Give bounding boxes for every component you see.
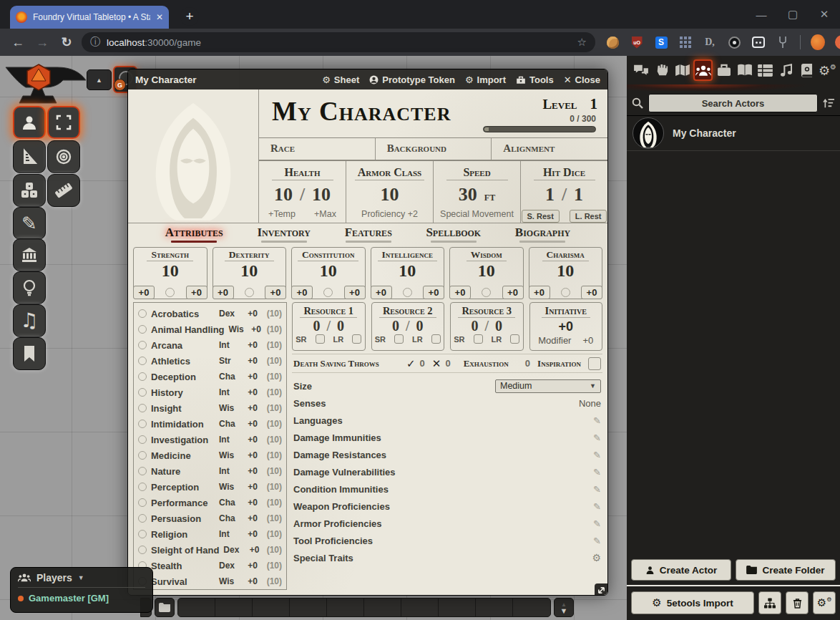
sidebar-tab-actors[interactable] [693, 59, 713, 81]
macro-slot[interactable] [364, 599, 401, 616]
sr-checkbox[interactable] [474, 334, 483, 344]
forward-button[interactable]: → [30, 35, 54, 50]
skill-proficiency-radio[interactable] [138, 435, 147, 444]
ability-name[interactable]: Charisma [542, 249, 589, 261]
sidebar-tab-chat[interactable] [631, 59, 650, 81]
save-proficiency-radio[interactable] [482, 288, 491, 297]
ability-modifier[interactable]: +0 [133, 286, 155, 299]
skill-proficiency-radio[interactable] [138, 498, 147, 507]
settings-button[interactable]: ⚙⚙ [813, 591, 836, 614]
macro-slot[interactable] [215, 599, 253, 616]
lens-extension-icon[interactable] [727, 35, 741, 49]
character-portrait[interactable] [128, 89, 259, 223]
ability-modifier[interactable]: +0 [371, 286, 392, 299]
import-button[interactable]: ⚙Import [465, 74, 506, 85]
macro-slot[interactable] [401, 599, 439, 616]
site-info-icon[interactable]: ⓘ [90, 36, 100, 49]
edit-icon[interactable]: ✎ [593, 450, 601, 460]
sort-icon[interactable] [823, 98, 835, 109]
skill-row[interactable]: Persuasion Cha +0 (10) [138, 510, 282, 526]
bookmark-star-icon[interactable]: ☆ [577, 36, 587, 49]
xp-value[interactable]: 0 / 300 [483, 114, 596, 124]
skill-row[interactable]: Arcana Int +0 (10) [138, 337, 282, 353]
skill-row[interactable]: Medicine Wis +0 (10) [138, 447, 282, 463]
skill-proficiency-radio[interactable] [138, 530, 147, 538]
ability-name[interactable]: Dexterity [225, 249, 274, 261]
ability-score[interactable]: 10 [320, 261, 337, 280]
skill-row[interactable]: Investigation Int +0 (10) [138, 432, 282, 447]
sidebar-tab-compendium[interactable] [797, 59, 816, 81]
drawing-tools-button[interactable]: ✎ [13, 207, 46, 240]
save-proficiency-radio[interactable] [165, 288, 175, 297]
skill-proficiency-radio[interactable] [138, 514, 147, 523]
save-proficiency-radio[interactable] [323, 288, 333, 297]
save-proficiency-radio[interactable] [245, 288, 254, 297]
container-extension-icon[interactable] [751, 35, 766, 49]
note-controls-button[interactable] [13, 337, 46, 370]
tab-close-icon[interactable]: ✕ [156, 12, 163, 22]
skill-row[interactable]: Religion Int +0 (10) [138, 526, 282, 542]
tab-spellbook[interactable]: Spellbook [426, 226, 481, 243]
ability-name[interactable]: Intelligence [378, 249, 437, 261]
skill-row[interactable]: Deception Cha +0 (10) [138, 369, 282, 384]
death-success-icon[interactable]: ✓ [406, 357, 416, 370]
create-folder-button[interactable]: Create Folder [736, 559, 836, 581]
prototype-token-button[interactable]: Prototype Token [369, 74, 455, 85]
ability-save[interactable]: +0 [265, 286, 286, 299]
inspiration-checkbox[interactable] [588, 357, 601, 370]
skill-row[interactable]: Animal Handling Wis +0 (10) [138, 321, 282, 337]
skill-row[interactable]: Acrobatics Dex +0 (10) [138, 306, 282, 321]
grid-extension-icon[interactable] [678, 35, 693, 49]
resource-label[interactable]: Resource 3 [458, 305, 515, 318]
ability-score[interactable]: 10 [240, 261, 258, 280]
hp-temp-label[interactable]: +Temp [268, 209, 296, 219]
create-actor-button[interactable]: Create Actor [631, 559, 731, 581]
short-rest-button[interactable]: S. Rest [522, 210, 560, 223]
ability-modifier[interactable]: +0 [529, 286, 550, 299]
sidebar-tab-scenes[interactable] [673, 59, 692, 81]
s-extension-icon[interactable]: S [654, 35, 668, 49]
character-name[interactable]: My Character [272, 95, 483, 128]
window-close-button[interactable]: ✕ [809, 0, 840, 29]
ability-name[interactable]: Wisdom [467, 249, 507, 261]
lr-checkbox[interactable] [510, 334, 519, 344]
hotbar-page-down-icon[interactable]: ▼ [560, 608, 568, 614]
skill-row[interactable]: Survival Wis +0 (10) [138, 573, 282, 589]
skill-proficiency-radio[interactable] [138, 372, 147, 381]
window-minimize-button[interactable]: — [746, 0, 777, 29]
skill-proficiency-radio[interactable] [138, 546, 147, 554]
skill-proficiency-radio[interactable] [138, 420, 147, 428]
tab-attributes[interactable]: Attributes [165, 226, 223, 243]
skill-proficiency-radio[interactable] [138, 467, 147, 475]
edit-icon[interactable]: ✎ [593, 484, 601, 495]
skill-row[interactable]: Intimidation Cha +0 (10) [138, 416, 282, 432]
macro-slot[interactable] [513, 599, 550, 616]
skill-proficiency-radio[interactable] [138, 325, 147, 334]
ability-score[interactable]: 10 [162, 261, 179, 280]
macro-slot[interactable] [290, 599, 327, 616]
back-button[interactable]: ← [6, 35, 30, 50]
url-bar[interactable]: ⓘ localhost :30000/game ☆ [82, 32, 595, 52]
hp-current[interactable]: 10 [274, 184, 293, 205]
ability-name[interactable]: Constitution [298, 249, 358, 261]
sidebar-tab-playlists[interactable] [776, 59, 796, 81]
window-maximize-button[interactable]: ▢ [777, 0, 809, 29]
fork-extension-icon[interactable] [776, 35, 790, 49]
lighting-controls-button[interactable] [13, 271, 46, 304]
special-movement-label[interactable]: Special Movement [440, 209, 514, 219]
exhaustion-value[interactable]: 0 [525, 358, 530, 369]
ability-name[interactable]: Strength [147, 249, 193, 261]
ublock-extension-icon[interactable]: uO [630, 35, 644, 49]
token-controls-button[interactable] [13, 106, 46, 139]
close-window-button[interactable]: ✕Close [564, 74, 600, 85]
macro-slot[interactable] [439, 599, 476, 616]
macro-slot[interactable] [327, 599, 364, 616]
skill-row[interactable]: Nature Int +0 (10) [138, 463, 282, 479]
tab-inventory[interactable]: Inventory [257, 226, 311, 243]
lr-checkbox[interactable] [352, 334, 361, 344]
cookie-extension-icon[interactable] [605, 35, 620, 49]
skill-row[interactable]: Stealth Dex +0 (10) [138, 558, 282, 573]
skill-proficiency-radio[interactable] [138, 451, 147, 460]
skill-row[interactable]: Performance Cha +0 (10) [138, 495, 282, 510]
death-success-count[interactable]: 0 [420, 358, 425, 369]
